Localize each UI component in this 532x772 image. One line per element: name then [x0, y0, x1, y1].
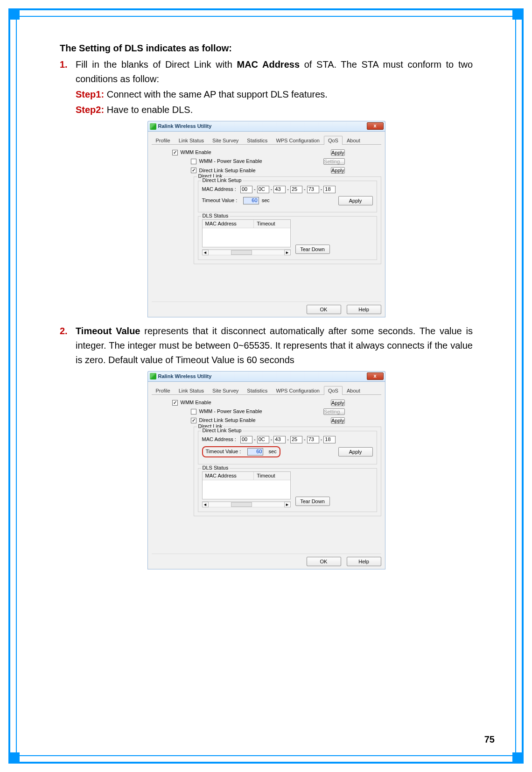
window-title: Ralink Wireless Utility	[158, 123, 212, 129]
legend-dls-status: DLS Status	[201, 465, 230, 471]
mac-octet-0[interactable]: 00	[240, 186, 252, 193]
checkbox-wmm-ps[interactable]	[191, 159, 196, 164]
titlebar: Ralink Wireless Utility x	[147, 371, 385, 381]
tab-profile[interactable]: Profile	[152, 136, 175, 145]
setting-button[interactable]: Setting...	[323, 158, 344, 165]
scroll-thumb[interactable]	[231, 250, 252, 255]
tab-statistics[interactable]: Statistics	[243, 136, 272, 145]
bold-text: Timeout Value	[76, 326, 140, 336]
mac-label: MAC Address :	[202, 186, 236, 192]
checkbox-wmm-enable[interactable]: ✓	[172, 400, 178, 406]
mac-sep: -	[321, 186, 322, 192]
mac-octet-5[interactable]: 18	[323, 436, 336, 443]
dls-status-table: MAC Address Timeout	[202, 219, 291, 247]
scroll-thumb[interactable]	[231, 502, 252, 507]
mac-octet-3[interactable]: 25	[290, 186, 302, 193]
ok-button[interactable]: OK	[307, 557, 341, 566]
apply-button[interactable]: Apply	[331, 400, 345, 406]
tab-wps configuration[interactable]: WPS Configuration	[272, 136, 324, 145]
checkbox-dls-enable[interactable]: ✓	[191, 168, 196, 173]
mac-octet-4[interactable]: 73	[307, 186, 319, 193]
mac-sep: -	[304, 186, 306, 192]
col-timeout[interactable]: Timeout	[254, 220, 290, 228]
step-label: Step2:	[76, 105, 104, 115]
timeout-label: Timeout Value :	[202, 197, 238, 203]
mac-octet-0[interactable]: 00	[240, 436, 252, 443]
mac-octet-2[interactable]: 43	[273, 436, 286, 443]
bold-text: MAC Address	[237, 59, 300, 70]
mac-octet-1[interactable]: 0C	[257, 436, 269, 443]
timeout-unit: sec	[262, 197, 270, 203]
legend-dls-setup: Direct Link Setup	[201, 428, 243, 434]
step-text: Connect with the same AP that support DL…	[104, 89, 328, 99]
apply-button[interactable]: Apply	[331, 149, 345, 156]
help-button[interactable]: Help	[347, 305, 381, 314]
checkbox-wmm-enable[interactable]: ✓	[172, 150, 178, 155]
col-timeout[interactable]: Timeout	[254, 472, 290, 480]
mac-sep: -	[271, 186, 273, 192]
dialog-screenshot-1: Ralink Wireless Utility x ProfileLink St…	[147, 121, 385, 317]
scroll-left-icon[interactable]: ◄	[202, 502, 209, 507]
step-1: Step1: Connect with the same AP that sup…	[76, 87, 473, 102]
mac-octet-5[interactable]: 18	[323, 186, 336, 193]
legend-dls-setup: Direct Link Setup	[201, 177, 243, 183]
help-button[interactable]: Help	[347, 557, 381, 566]
mac-sep: -	[271, 436, 273, 442]
scrollbar[interactable]: ◄ ►	[202, 249, 291, 256]
mac-octet-1[interactable]: 0C	[257, 186, 269, 193]
apply-button[interactable]: Apply	[331, 417, 345, 424]
tab-bar: ProfileLink StatusSite SurveyStatisticsW…	[152, 386, 381, 395]
scroll-right-icon[interactable]: ►	[284, 250, 291, 255]
tab-statistics[interactable]: Statistics	[243, 386, 272, 395]
tab-about[interactable]: About	[343, 136, 364, 145]
step-2: Step2: Have to enable DLS.	[76, 103, 473, 117]
timeout-input[interactable]: 60	[247, 448, 263, 456]
tab-qos[interactable]: QoS	[324, 386, 343, 395]
scrollbar[interactable]: ◄ ►	[202, 501, 291, 508]
list-number: 1.	[60, 57, 76, 86]
list-item-1: 1. Fill in the blanks of Direct Link wit…	[60, 57, 473, 86]
mac-sep: -	[287, 436, 289, 442]
tab-qos[interactable]: QoS	[324, 136, 343, 145]
ok-button[interactable]: OK	[307, 305, 341, 314]
teardown-button[interactable]: Tear Down	[295, 497, 330, 506]
legend-dls-status: DLS Status	[201, 213, 230, 219]
scroll-left-icon[interactable]: ◄	[202, 250, 209, 255]
teardown-button[interactable]: Tear Down	[295, 245, 330, 254]
mac-octet-4[interactable]: 73	[307, 436, 319, 443]
list-number: 2.	[60, 324, 76, 367]
checkbox-wmm-ps[interactable]	[191, 409, 196, 414]
mac-sep: -	[254, 436, 256, 442]
titlebar: Ralink Wireless Utility x	[147, 121, 385, 131]
mac-sep: -	[304, 436, 306, 442]
tab-site survey[interactable]: Site Survey	[208, 136, 243, 145]
apply-button[interactable]: Apply	[338, 447, 373, 456]
app-icon	[150, 123, 156, 130]
col-mac-address[interactable]: MAC Address	[203, 472, 254, 480]
close-button[interactable]: x	[367, 122, 384, 130]
checkbox-dls-enable[interactable]: ✓	[191, 418, 196, 423]
apply-button[interactable]: Apply	[338, 196, 373, 205]
step-text: Have to enable DLS.	[104, 105, 193, 115]
fieldset-dls-status: DLS Status MAC Address Timeout ◄	[198, 216, 377, 260]
mac-octet-3[interactable]: 25	[290, 436, 302, 443]
dls-status-table: MAC Address Timeout	[202, 471, 291, 499]
scroll-right-icon[interactable]: ►	[284, 502, 291, 507]
timeout-unit: sec	[269, 449, 277, 455]
window-title: Ralink Wireless Utility	[158, 373, 212, 379]
close-button[interactable]: x	[367, 372, 384, 380]
tab-link status[interactable]: Link Status	[175, 386, 208, 395]
mac-sep: -	[321, 436, 322, 442]
tab-about[interactable]: About	[343, 386, 364, 395]
col-mac-address[interactable]: MAC Address	[203, 220, 254, 228]
tab-profile[interactable]: Profile	[152, 386, 175, 395]
fieldset-direct-link: Direct Link Direct Link Setup MAC Addres…	[194, 427, 381, 516]
setting-button[interactable]: Setting...	[323, 408, 344, 415]
apply-button[interactable]: Apply	[331, 167, 345, 174]
tab-wps configuration[interactable]: WPS Configuration	[272, 386, 324, 395]
tab-site survey[interactable]: Site Survey	[208, 386, 243, 395]
mac-octet-2[interactable]: 43	[273, 186, 286, 193]
timeout-input[interactable]: 60	[243, 197, 259, 204]
tab-link status[interactable]: Link Status	[175, 136, 208, 145]
fieldset-direct-link: Direct Link Direct Link Setup MAC Addres…	[194, 176, 381, 264]
